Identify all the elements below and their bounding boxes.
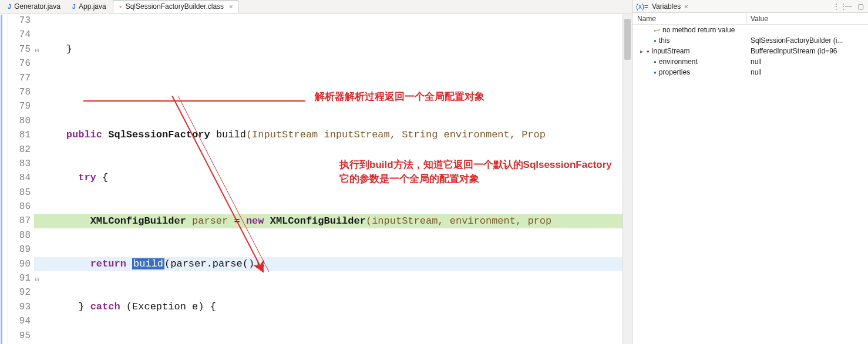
java-file-icon (8, 2, 11, 11)
java-file-icon (72, 2, 76, 11)
params: (InputStream inputStream, String environ… (246, 129, 546, 140)
line-number: 87 (8, 214, 31, 228)
tab-label: SqlSessionFactoryBuilder.class (126, 2, 224, 11)
variable-row[interactable]: ● environmentnull (633, 56, 868, 67)
variable-name-cell: ● environment (633, 58, 747, 66)
line-number: 85 (8, 186, 31, 200)
vertical-scrollbar[interactable] (623, 14, 632, 344)
variable-name-cell: ● properties (633, 68, 747, 76)
bullet-icon: ● (654, 59, 657, 65)
left-ruler (0, 14, 8, 344)
line-number: 91 (8, 271, 31, 285)
line-number: 95 (8, 329, 31, 343)
line-number-gutter: 7374757677787980818283848586878889909192… (8, 14, 34, 344)
close-icon[interactable]: × (229, 3, 233, 10)
line-number: 74 (8, 28, 31, 42)
line-number: 76 (8, 56, 31, 70)
kw: public (66, 129, 102, 140)
selected-word: build (132, 258, 164, 269)
variable-row[interactable]: ● thisSqlSessionFactoryBuilder (i... (633, 35, 868, 46)
toolbar-icon[interactable]: ⋮⋮ (833, 2, 841, 11)
variable-name-cell: no method return value (633, 26, 747, 34)
kw: catch (90, 301, 120, 312)
variables-body: no method return value● thisSqlSessionFa… (633, 25, 868, 344)
panel-title: Variables (652, 2, 681, 11)
scrollbar-thumb[interactable] (624, 19, 631, 60)
line-number: 94 (8, 314, 31, 328)
code-line: { (96, 172, 108, 183)
class-file-icon (118, 2, 123, 11)
variable-row[interactable]: ▸● inputStreamBufferedInputStream (id=96 (633, 46, 868, 56)
code-line: = (228, 215, 246, 227)
tab-app[interactable]: App.java (67, 0, 112, 13)
line-number: 78 (8, 85, 31, 99)
code-line: } (42, 43, 72, 55)
line-number: 89 (8, 242, 31, 257)
bullet-icon: ● (654, 38, 657, 43)
bullet-icon: ● (654, 70, 657, 75)
method-name: build (216, 129, 246, 140)
minimize-icon[interactable]: — (845, 2, 853, 11)
variable-row[interactable]: ● propertiesnull (633, 67, 868, 77)
type: SqlSessionFactory (108, 129, 210, 140)
type: XMLConfigBuilder (270, 215, 366, 227)
kw: return (90, 258, 126, 269)
editor-tab-bar: Generator.java App.java SqlSessionFactor… (0, 0, 632, 14)
tab-label: Generator.java (14, 2, 60, 11)
variables-titlebar: (x)= Variables × ⋮⋮ — ▢ (633, 0, 868, 13)
annotation-text: 执行到build方法，知道它返回一个默认的SqlsessionFactory (339, 158, 612, 172)
line-number: 75 (8, 42, 31, 56)
kw: try (78, 172, 96, 183)
variable-value-cell: SqlSessionFactoryBuilder (i... (747, 36, 868, 45)
tree-expander-icon[interactable]: ▸ (638, 48, 644, 55)
line-number: 92 (8, 285, 31, 299)
var: parser (192, 215, 228, 227)
code-editor[interactable]: } public SqlSessionFactory build(InputSt… (34, 14, 632, 344)
variable-row[interactable]: no method return value (633, 25, 868, 35)
line-number: 88 (8, 228, 31, 242)
variable-name: environment (659, 58, 698, 66)
code-line: (Exception e) { (120, 301, 216, 312)
line-number: 83 (8, 157, 31, 171)
variable-name: this (659, 36, 670, 45)
variable-value-cell: null (747, 58, 868, 66)
code-line: } (42, 301, 90, 312)
line-number: 73 (8, 14, 31, 28)
line-number: 80 (8, 114, 31, 128)
variable-name: properties (659, 68, 690, 76)
line-number: 77 (8, 71, 31, 85)
maximize-icon[interactable]: ▢ (856, 2, 864, 11)
editor-area: Generator.java App.java SqlSessionFactor… (0, 0, 632, 344)
variable-name-cell: ▸● inputStream (633, 47, 747, 55)
bullet-icon: ● (647, 49, 650, 54)
args: (inputStream, environment, prop (366, 215, 551, 227)
col-header-value[interactable]: Value (747, 13, 868, 24)
underline-icon (83, 100, 307, 104)
line-number: 86 (8, 200, 31, 214)
variable-value-cell: BufferedInputStream (id=96 (747, 47, 868, 55)
tab-sqlsessionfactorybuilder[interactable]: SqlSessionFactoryBuilder.class × (113, 0, 238, 13)
type: XMLConfigBuilder (90, 215, 186, 227)
variables-header: Name Value (633, 13, 868, 25)
return-icon (654, 26, 660, 34)
variables-icon: (x)= (636, 2, 648, 11)
arrow-icon (152, 96, 281, 284)
close-icon[interactable]: × (684, 3, 688, 10)
code-wrap: 7374757677787980818283848586878889909192… (0, 14, 632, 344)
variable-value-cell: null (747, 68, 868, 76)
code-line: (parser.parse()); (164, 258, 266, 269)
variable-name: inputStream (652, 47, 690, 55)
line-number: 79 (8, 99, 31, 113)
line-number: 93 (8, 300, 31, 314)
tab-label: App.java (79, 2, 106, 11)
line-number: 90 (8, 257, 31, 271)
variables-panel: (x)= Variables × ⋮⋮ — ▢ Name Value no me… (632, 0, 868, 344)
line-number: 81 (8, 128, 31, 142)
line-number: 84 (8, 171, 31, 185)
col-header-name[interactable]: Name (633, 13, 747, 24)
kw: new (246, 215, 264, 227)
tab-generator[interactable]: Generator.java (2, 0, 66, 13)
variable-name: no method return value (662, 26, 735, 34)
line-number: 82 (8, 143, 31, 157)
variable-name-cell: ● this (633, 36, 747, 45)
